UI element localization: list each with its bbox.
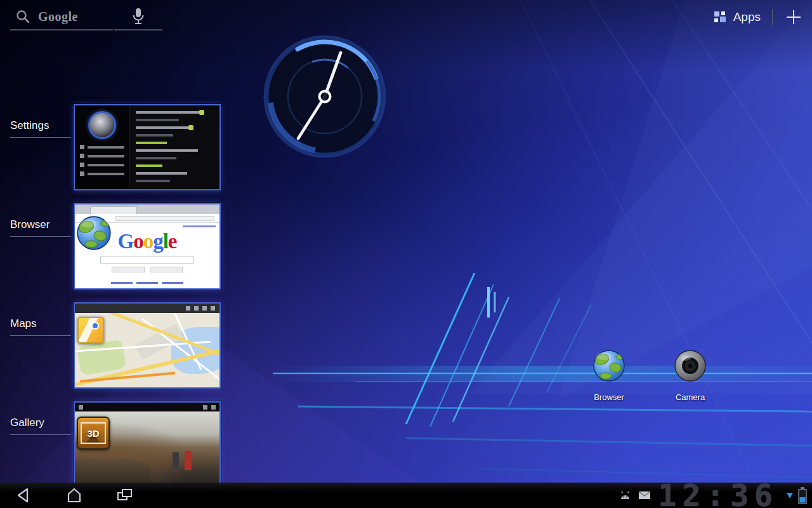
status-clock: 12:36 bbox=[658, 483, 779, 508]
settings-text-line bbox=[136, 126, 193, 129]
battery-icon bbox=[797, 486, 808, 505]
analog-clock-widget[interactable] bbox=[261, 33, 388, 160]
gallery-3d-icon: 3D bbox=[77, 417, 110, 450]
settings-sound-icon bbox=[88, 111, 116, 139]
recent-label-maps: Maps bbox=[10, 318, 71, 336]
browser-tab bbox=[90, 206, 137, 214]
browser-url-field bbox=[115, 216, 214, 221]
maps-toolbar-icon bbox=[186, 306, 190, 311]
analog-clock bbox=[261, 33, 388, 160]
shortcut-label-browser: Browser bbox=[594, 392, 624, 402]
camera-glyph-icon bbox=[79, 405, 83, 410]
shortcut-camera[interactable]: Camera bbox=[660, 349, 721, 402]
gallery-thumbnail[interactable]: 3D bbox=[74, 401, 221, 488]
plus-icon bbox=[785, 9, 802, 25]
recent-item-browser: Browser Google bbox=[0, 203, 221, 290]
maps-icon-stripe bbox=[77, 317, 98, 344]
recent-item-settings: Settings bbox=[0, 104, 221, 190]
camera-icon bbox=[674, 349, 707, 382]
share-glyph-icon bbox=[203, 405, 207, 410]
gallery-icon-frame: 3D bbox=[81, 422, 106, 444]
shortcut-browser[interactable]: Browser bbox=[579, 349, 639, 402]
browser-globe-icon bbox=[593, 349, 625, 382]
settings-text-line bbox=[136, 142, 167, 144]
gallery-3d-badge: 3D bbox=[87, 428, 99, 439]
recent-label-wrap: Browser bbox=[0, 203, 74, 290]
recent-apps-button[interactable] bbox=[110, 483, 140, 508]
recent-label-gallery: Gallery bbox=[10, 417, 71, 435]
home-screen: Google Apps bbox=[0, 0, 812, 508]
shortcut-label-camera: Camera bbox=[676, 392, 705, 402]
apps-button-label: Apps bbox=[733, 10, 761, 24]
system-bar: 12:36 bbox=[0, 483, 812, 508]
recent-label-wrap: Gallery bbox=[0, 401, 74, 488]
browser-top-link bbox=[183, 225, 216, 227]
email-icon bbox=[638, 491, 651, 500]
maps-toolbar-icon bbox=[211, 306, 215, 311]
settings-thumbnail[interactable] bbox=[74, 104, 221, 190]
back-icon bbox=[14, 486, 33, 504]
apps-button[interactable]: Apps bbox=[713, 10, 761, 24]
browser-globe-icon bbox=[76, 215, 112, 251]
gallery-topbar bbox=[75, 403, 219, 411]
battery-group bbox=[786, 486, 808, 505]
footer-link bbox=[136, 282, 158, 284]
google-search-buttons bbox=[75, 267, 219, 272]
settings-text-line bbox=[136, 172, 187, 175]
browser-thumbnail[interactable]: Google bbox=[74, 203, 221, 290]
settings-text-line bbox=[136, 119, 179, 121]
settings-thumb-right-pane bbox=[129, 105, 219, 189]
footer-link bbox=[111, 282, 133, 284]
top-bar-divider bbox=[772, 9, 773, 25]
settings-text-line bbox=[136, 164, 162, 167]
maps-icon-dot bbox=[91, 322, 99, 330]
search-input[interactable]: Google bbox=[10, 4, 113, 30]
back-button[interactable] bbox=[9, 483, 38, 508]
settings-text-line bbox=[136, 149, 198, 152]
recent-label-browser: Browser bbox=[10, 218, 71, 237]
recent-item-gallery: Gallery bbox=[0, 401, 221, 488]
google-search-box bbox=[100, 257, 194, 264]
maps-pin-icon bbox=[77, 317, 104, 344]
gallery-topbar-left-icons bbox=[79, 405, 83, 410]
google-button bbox=[150, 267, 183, 272]
browser-tab-strip bbox=[75, 204, 219, 214]
usb-debugging-icon bbox=[620, 491, 631, 500]
recent-apps-panel: Settings bbox=[0, 104, 221, 488]
settings-menu-row bbox=[80, 145, 124, 149]
apps-grid-icon bbox=[713, 10, 727, 24]
voice-search-button[interactable] bbox=[114, 4, 162, 30]
maps-toolbar bbox=[75, 304, 219, 313]
home-icon bbox=[65, 486, 84, 504]
gallery-topbar-right-icons bbox=[203, 405, 216, 410]
settings-text-line bbox=[136, 111, 204, 114]
home-button[interactable] bbox=[60, 483, 89, 508]
photo-person bbox=[173, 452, 179, 469]
navigation-buttons bbox=[9, 483, 140, 508]
add-widget-button[interactable] bbox=[784, 8, 803, 27]
settings-menu-row bbox=[80, 163, 124, 167]
settings-menu-row bbox=[80, 171, 124, 176]
google-footer-links bbox=[75, 282, 219, 284]
google-button bbox=[112, 267, 145, 272]
settings-text-line bbox=[136, 134, 173, 137]
settings-menu-row bbox=[80, 154, 124, 158]
recents-icon bbox=[115, 486, 134, 504]
mic-icon bbox=[132, 8, 145, 25]
google-search-widget: Google bbox=[10, 4, 162, 30]
recent-label-wrap: Settings bbox=[0, 104, 74, 190]
status-area[interactable]: 12:36 bbox=[620, 483, 809, 508]
maps-toolbar-icon bbox=[194, 306, 199, 311]
maps-thumbnail[interactable] bbox=[74, 302, 221, 389]
recent-item-maps: Maps bbox=[0, 302, 221, 389]
search-widget-label: Google bbox=[38, 10, 78, 24]
recent-label-settings: Settings bbox=[10, 119, 71, 138]
photo-person bbox=[185, 451, 192, 470]
settings-thumb-left-pane bbox=[75, 105, 129, 189]
recent-label-wrap: Maps bbox=[0, 302, 74, 389]
footer-link bbox=[162, 282, 183, 284]
settings-text-line bbox=[136, 180, 170, 182]
top-right-controls: Apps bbox=[713, 6, 803, 28]
settings-text-line bbox=[136, 157, 176, 159]
maps-toolbar-icon bbox=[202, 306, 207, 311]
